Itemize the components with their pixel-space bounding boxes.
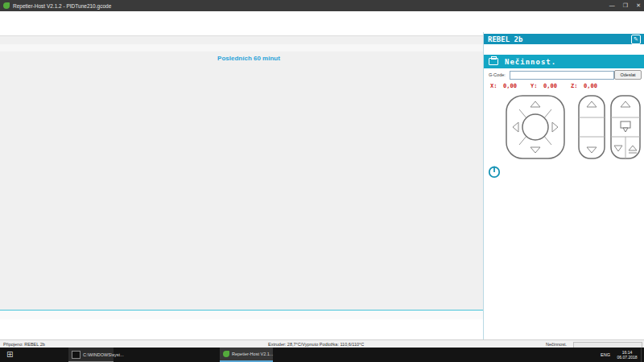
title-bar: Repetier-Host V2.1.2 - PIDTune210.gcode …: [0, 0, 644, 11]
control-sliders: [484, 180, 644, 241]
extruder-jog-pad[interactable]: [609, 93, 642, 161]
gcode-input[interactable]: [510, 71, 614, 80]
extruder-icon: [621, 121, 630, 128]
taskbar-repetier-host[interactable]: Repetier-Host V2.1...: [220, 348, 273, 362]
z-label: Z:: [571, 83, 584, 89]
printer-panel: REBEL 2b ✎ Nečinnost. G-Code: Odeslat X:…: [483, 32, 644, 339]
printer-icon: [489, 58, 498, 65]
power-button[interactable]: [488, 165, 501, 178]
x-label: X:: [490, 83, 503, 89]
view-tabs: [0, 35, 483, 44]
taskbar-clock[interactable]: 16:14 06.07.2018: [613, 350, 641, 360]
repetier-logo-icon: [3, 2, 10, 9]
gcode-label: G-Code:: [489, 72, 506, 77]
close-button[interactable]: ✕: [636, 2, 641, 9]
start-button[interactable]: ⊞: [6, 350, 13, 359]
printer-status-strip: Nečinnost.: [484, 55, 644, 68]
chart-menu: [0, 44, 483, 51]
gcode-row: G-Code: Odeslat: [484, 70, 644, 81]
status-temperatures: Extruder: 28,7°C/Vypnuto Podložka: 110,6…: [268, 342, 364, 347]
log-output: [0, 319, 483, 339]
status-connected: Připojeno: REBEL 2b: [3, 342, 45, 347]
log-toolbar: [0, 310, 483, 319]
chart-canvas: [0, 51, 483, 310]
show-desktop-button[interactable]: [641, 348, 644, 362]
cmd-icon: [72, 351, 80, 359]
taskbar-cmd-window[interactable]: C:\WINDOWS\syst...: [68, 348, 114, 362]
temperature-charts: Posledních 60 minut: [0, 51, 483, 310]
printer-state: Nečinnost.: [505, 58, 556, 66]
y-value: 0,00: [543, 83, 571, 89]
chart-title: Posledních 60 minut: [27, 55, 471, 62]
printer-name: REBEL 2b: [488, 35, 522, 43]
edit-printer-icon[interactable]: ✎: [631, 35, 641, 44]
windows-taskbar: ⊞ C:\WINDOWS\syst... Repetier-Host V2.1.…: [0, 348, 644, 362]
minimize-button[interactable]: —: [609, 2, 615, 9]
repetier-label: Repetier-Host V2.1...: [232, 352, 273, 356]
jog-controls: [484, 93, 644, 164]
language-indicator[interactable]: ENG: [601, 352, 610, 357]
status-state: Nečinnost.: [546, 342, 567, 347]
clock-date: 06.07.2018: [613, 355, 641, 360]
xy-jog-pad[interactable]: [505, 93, 566, 161]
coordinates-row: X: 0,00 Y: 0,00 Z: 0,00: [484, 82, 644, 90]
y-label: Y:: [530, 83, 543, 89]
z-jog-pad[interactable]: [577, 93, 606, 161]
printer-panel-tabs: [484, 45, 644, 54]
x-value: 0,00: [503, 83, 530, 89]
window-title: Repetier-Host V2.1.2 - PIDTune210.gcode: [13, 3, 111, 9]
maximize-button[interactable]: ❐: [623, 2, 628, 9]
cmd-window-label: C:\WINDOWS\syst...: [83, 352, 124, 357]
menu-bar: [0, 11, 644, 23]
repetier-icon: [223, 351, 229, 357]
printer-header: REBEL 2b ✎: [484, 34, 644, 44]
z-value: 0,00: [584, 83, 611, 89]
status-bar: Připojeno: REBEL 2b Extruder: 28,7°C/Vyp…: [0, 339, 644, 348]
quick-buttons-row: [484, 165, 644, 179]
gcode-send-button[interactable]: Odeslat: [614, 70, 642, 80]
